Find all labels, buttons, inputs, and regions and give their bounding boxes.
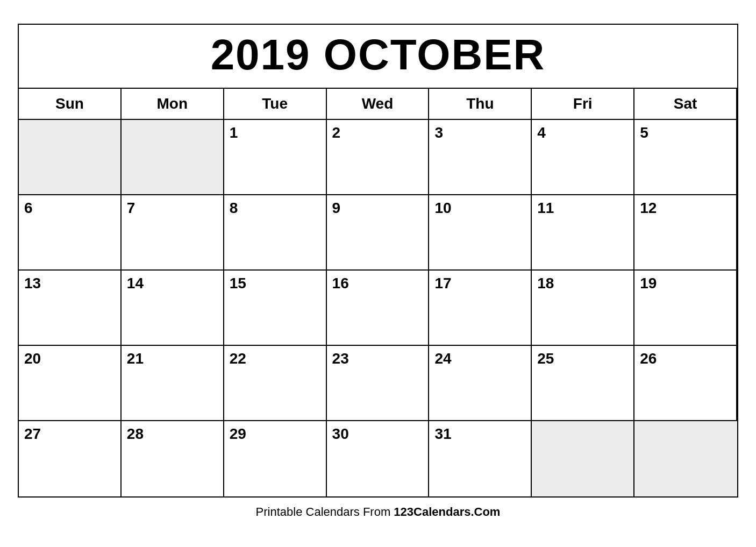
day-cell: 12 (634, 195, 737, 271)
day-cell: 8 (224, 195, 327, 271)
day-number: 17 (434, 275, 525, 292)
day-cell: 5 (634, 120, 737, 195)
calendar-grid: SunMonTueWedThuFriSat1234567891011121314… (19, 89, 737, 496)
day-cell: 22 (224, 346, 327, 421)
calendar-title: 2019 OCTOBER (19, 25, 737, 89)
day-number: 26 (640, 350, 731, 367)
day-cell: 15 (224, 271, 327, 346)
day-number: 23 (332, 350, 423, 367)
day-cell: 2 (327, 120, 430, 195)
day-cell: 23 (327, 346, 430, 421)
day-cell: 16 (327, 271, 430, 346)
day-number: 15 (230, 275, 320, 292)
day-number: 7 (127, 200, 218, 217)
day-header-mon: Mon (122, 89, 224, 120)
day-cell: 20 (19, 346, 122, 421)
day-number: 27 (24, 425, 115, 443)
day-cell: 29 (224, 421, 327, 496)
day-number: 9 (332, 200, 423, 217)
day-number: 11 (537, 200, 628, 217)
day-number: 2 (332, 124, 423, 141)
day-cell: 13 (19, 271, 122, 346)
day-cell: 18 (532, 271, 634, 346)
day-number: 29 (230, 425, 320, 443)
day-cell: 4 (532, 120, 634, 195)
day-number: 22 (230, 350, 320, 367)
day-number: 20 (24, 350, 115, 367)
day-number: 12 (640, 200, 731, 217)
day-number: 14 (127, 275, 218, 292)
day-cell (634, 421, 737, 496)
day-number: 25 (537, 350, 628, 367)
day-cell: 21 (122, 346, 224, 421)
calendar-footer: Printable Calendars From 123Calendars.Co… (18, 498, 738, 523)
day-number: 28 (127, 425, 218, 443)
day-cell: 27 (19, 421, 122, 496)
day-cell (19, 120, 122, 195)
day-number: 13 (24, 275, 115, 292)
day-cell: 24 (429, 346, 532, 421)
day-header-fri: Fri (532, 89, 634, 120)
day-number: 31 (434, 425, 525, 443)
day-number: 6 (24, 200, 115, 217)
day-cell: 25 (532, 346, 634, 421)
day-cell: 7 (122, 195, 224, 271)
day-number: 10 (434, 200, 525, 217)
day-number: 3 (434, 124, 525, 141)
calendar-container: 2019 OCTOBER SunMonTueWedThuFriSat123456… (18, 24, 738, 498)
day-header-sun: Sun (19, 89, 122, 120)
day-cell (122, 120, 224, 195)
day-header-tue: Tue (224, 89, 327, 120)
day-number: 8 (230, 200, 320, 217)
day-cell: 11 (532, 195, 634, 271)
day-cell: 9 (327, 195, 430, 271)
day-number: 5 (640, 124, 731, 141)
day-number: 4 (537, 124, 628, 141)
day-cell: 1 (224, 120, 327, 195)
footer-brand: 123Calendars.Com (394, 505, 500, 518)
day-number: 16 (332, 275, 423, 292)
day-header-thu: Thu (429, 89, 532, 120)
day-cell: 10 (429, 195, 532, 271)
day-cell: 17 (429, 271, 532, 346)
calendar-wrapper: 2019 OCTOBER SunMonTueWedThuFriSat123456… (18, 24, 738, 523)
day-number: 21 (127, 350, 218, 367)
day-cell: 6 (19, 195, 122, 271)
day-cell: 30 (327, 421, 430, 496)
day-cell: 14 (122, 271, 224, 346)
day-number: 18 (537, 275, 628, 292)
day-cell: 19 (634, 271, 737, 346)
day-header-sat: Sat (634, 89, 737, 120)
day-number: 24 (434, 350, 525, 367)
day-cell: 26 (634, 346, 737, 421)
day-cell (532, 421, 634, 496)
footer-text: Printable Calendars From (256, 505, 394, 518)
day-number: 1 (230, 124, 320, 141)
day-number: 30 (332, 425, 423, 443)
day-number: 19 (640, 275, 731, 292)
day-cell: 31 (429, 421, 532, 496)
day-header-wed: Wed (327, 89, 430, 120)
day-cell: 28 (122, 421, 224, 496)
day-cell: 3 (429, 120, 532, 195)
